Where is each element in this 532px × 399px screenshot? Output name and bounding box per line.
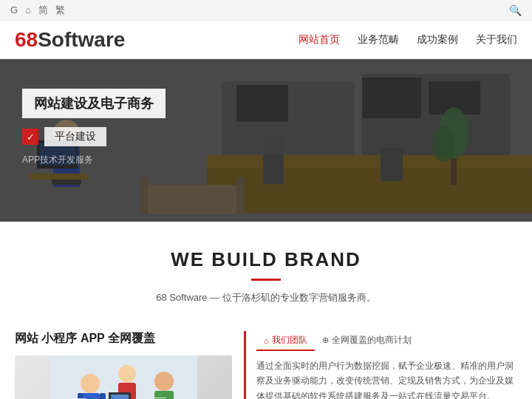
logo-number: 68 (15, 28, 38, 52)
main-nav: 网站首页 业务范畴 成功案例 关于我们 (299, 33, 517, 47)
bottom-right: ⌂ 我们团队 ⊕ 全网覆盖的电商计划 通过全面实时的用户行为数据挖掘，赋予企业极… (244, 331, 517, 399)
right-paragraph-1: 通过全面实时的用户行为数据挖掘，赋予企业极速、精准的用户洞察及业务驱动能力，改变… (256, 358, 517, 399)
brand-subtitle: 68 Software — 位于洛杉矶的专业数字营销服务商。 (15, 291, 517, 304)
svg-point-33 (154, 372, 174, 391)
tabs-row: ⌂ 我们团队 ⊕ 全网覆盖的电商计划 (256, 331, 517, 351)
hero-badge: ✓ 平台建设 (22, 127, 510, 146)
topbar-g-icon[interactable]: G (10, 4, 18, 16)
svg-point-27 (81, 374, 100, 393)
topbar-simplified[interactable]: 简 (38, 4, 48, 17)
search-icon-wrap[interactable]: 🔍 (509, 4, 522, 16)
tab-our-team[interactable]: ⌂ 我们团队 (256, 331, 315, 351)
logo-text: Software (38, 28, 125, 52)
tab-label-ecommerce: 全网覆盖的电商计划 (332, 334, 412, 347)
nav-item-services[interactable]: 业务范畴 (358, 33, 399, 47)
search-icon[interactable]: 🔍 (509, 4, 522, 16)
hero-title: 网站建设及电子商务 (22, 89, 166, 118)
tab-ecommerce[interactable]: ⊕ 全网覆盖的电商计划 (315, 331, 419, 351)
tab-home-icon: ⌂ (264, 336, 269, 345)
svg-rect-38 (153, 398, 166, 398)
hero-content: 网站建设及电子商务 ✓ 平台建设 APP技术开发服务 (0, 59, 532, 196)
hero-section: 网站建设及电子商务 ✓ 平台建设 APP技术开发服务 (0, 59, 532, 222)
svg-rect-30 (100, 393, 106, 399)
header: 68 Software 网站首页 业务范畴 成功案例 关于我们 (0, 21, 532, 59)
svg-rect-29 (78, 393, 83, 399)
bottom-left-title: 网站 小程序 APP 全网覆盖 (15, 331, 232, 347)
bottom-left: 网站 小程序 APP 全网覆盖 (15, 331, 232, 399)
nav-item-about[interactable]: 关于我们 (476, 33, 517, 47)
hero-sub-text: APP技术开发服务 (22, 154, 510, 166)
brand-section: WE BUILD BRAND 68 Software — 位于洛杉矶的专业数字营… (0, 222, 532, 319)
right-text-content: 通过全面实时的用户行为数据挖掘，赋予企业极速、精准的用户洞察及业务驱动能力，改变… (256, 358, 517, 399)
badge-label: 平台建设 (44, 127, 106, 146)
topbar-home-icon[interactable]: ⌂ (25, 4, 31, 16)
top-bar: G ⌂ 简 繁 🔍 (0, 0, 532, 21)
nav-item-home[interactable]: 网站首页 (299, 33, 340, 47)
bottom-section: 网站 小程序 APP 全网覆盖 (0, 319, 532, 399)
brand-divider (251, 279, 281, 281)
logo[interactable]: 68 Software (15, 28, 125, 52)
svg-point-31 (118, 365, 136, 383)
top-bar-left: G ⌂ 简 繁 (10, 4, 65, 17)
nav-item-cases[interactable]: 成功案例 (417, 33, 458, 47)
svg-rect-36 (111, 395, 129, 399)
topbar-traditional[interactable]: 繁 (55, 4, 65, 17)
tab-ecommerce-icon: ⊕ (322, 335, 329, 345)
brand-title: WE BUILD BRAND (15, 248, 517, 271)
check-icon: ✓ (22, 129, 38, 145)
bottom-left-image (15, 355, 232, 399)
tab-label-team: 我们团队 (272, 334, 307, 347)
